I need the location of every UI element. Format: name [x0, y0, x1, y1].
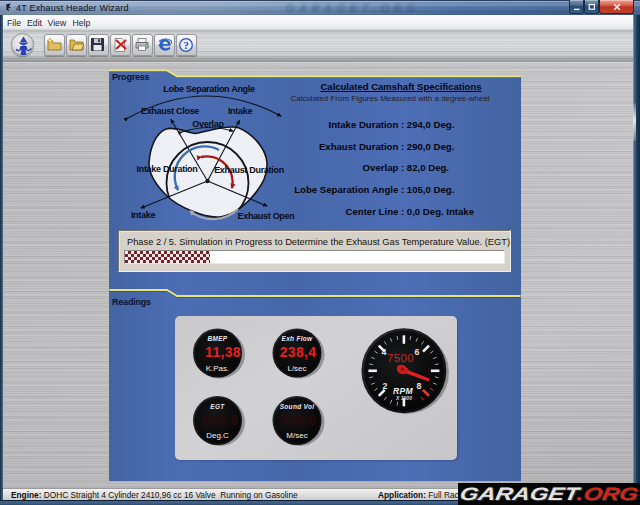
svg-text:?: ? — [183, 40, 188, 51]
